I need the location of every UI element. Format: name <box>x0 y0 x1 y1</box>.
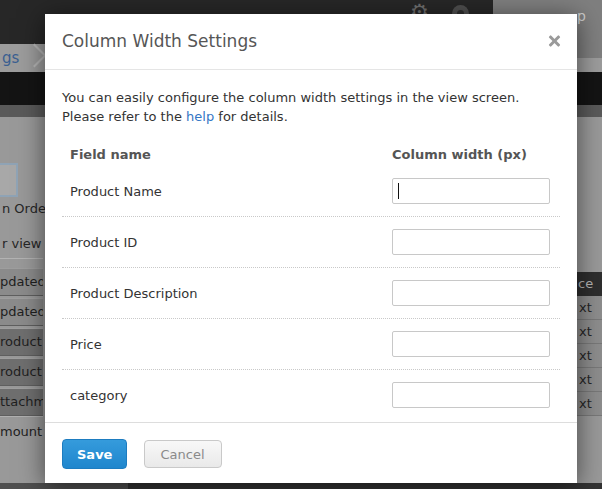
input-wrapper <box>392 229 550 255</box>
dialog-title: Column Width Settings <box>62 31 257 51</box>
help-panel-text-fragment: p <box>577 8 586 24</box>
dialog-body: You can easily configure the column widt… <box>45 70 577 420</box>
column-width-input[interactable] <box>392 229 550 255</box>
dialog-header: Column Width Settings <box>45 14 577 70</box>
save-button[interactable]: Save <box>62 439 127 469</box>
input-wrapper <box>392 331 550 357</box>
background-text-fragment: n Orde <box>2 201 46 216</box>
breadcrumb-link[interactable]: gs <box>2 49 19 67</box>
bottom-bar-segment <box>0 483 128 489</box>
input-wrapper <box>392 178 550 204</box>
field-chip: ttachm <box>0 388 43 416</box>
dialog-description: You can easily configure the column widt… <box>62 88 560 126</box>
column-width-settings-dialog: Column Width Settings You can easily con… <box>45 14 577 483</box>
field-chip: roduct <box>0 358 43 386</box>
column-width-input[interactable] <box>392 382 550 408</box>
field-row: Product Name <box>62 166 560 217</box>
column-width-input[interactable] <box>392 331 550 357</box>
field-chip: mount <box>0 416 43 447</box>
field-name-label: category <box>70 388 392 403</box>
table-cell-fragment: xt <box>576 344 602 368</box>
input-wrapper <box>392 280 550 306</box>
screen: ⚙ p gs n Orde r view pdated pdated roduc… <box>0 0 602 489</box>
column-headers-row: Field name Column width (px) <box>62 142 560 166</box>
field-row: Price <box>62 319 560 370</box>
table-header-fragment: ce <box>576 272 602 296</box>
close-icon[interactable] <box>547 34 561 48</box>
table-cell-fragment: xt <box>576 392 602 416</box>
divider <box>0 258 43 259</box>
field-row: category <box>62 370 560 420</box>
field-row: Product ID <box>62 217 560 268</box>
background-text-fragment: r view <box>2 236 41 251</box>
help-link[interactable]: help <box>186 109 214 124</box>
cancel-button[interactable]: Cancel <box>144 440 222 468</box>
field-name-label: Product ID <box>70 235 392 250</box>
description-text: for details. <box>214 109 288 124</box>
column-width-header: Column width (px) <box>392 147 550 162</box>
field-name-label: Product Description <box>70 286 392 301</box>
table-cell-fragment: xt <box>576 368 602 392</box>
input-wrapper <box>392 382 550 408</box>
table-cell-fragment: xt <box>576 296 602 320</box>
field-chip: roduct <box>0 328 43 356</box>
field-name-label: Price <box>70 337 392 352</box>
dialog-footer: Save Cancel <box>45 422 577 483</box>
column-width-input[interactable] <box>392 178 550 204</box>
field-name-header: Field name <box>70 147 392 162</box>
description-text: You can easily configure the column widt… <box>62 90 519 124</box>
field-chip: pdated <box>0 268 43 296</box>
field-row: Product Description <box>62 268 560 319</box>
background-input-fragment <box>0 163 18 197</box>
column-width-input[interactable] <box>392 280 550 306</box>
table-cell-fragment: xt <box>576 320 602 344</box>
field-name-label: Product Name <box>70 184 392 199</box>
chevron-right-icon <box>22 43 46 67</box>
field-chip: pdated <box>0 298 43 326</box>
